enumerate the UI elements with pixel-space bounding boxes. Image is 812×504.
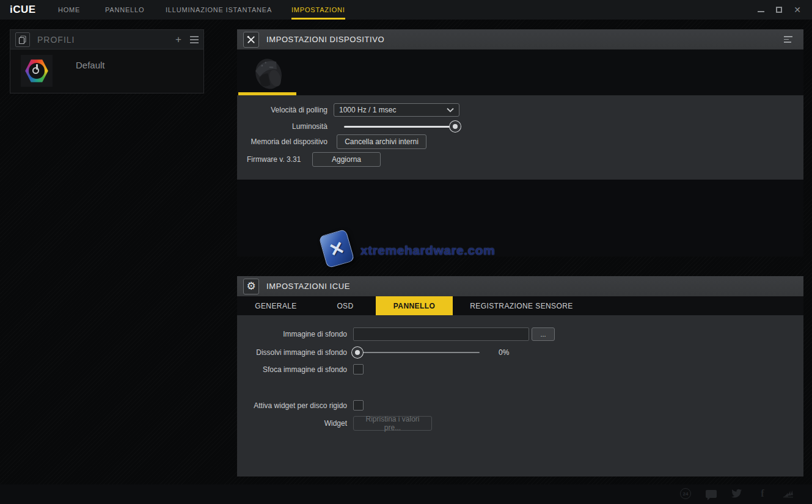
icue-logo: iCUE (10, 0, 36, 20)
device-settings-menu-icon[interactable] (784, 36, 792, 43)
maximize-button[interactable] (774, 5, 784, 15)
firmware-row: Firmware v. 3.31 Aggiorna (237, 153, 803, 166)
polling-row: Velocità di polling 1000 Hz / 1 msec (237, 103, 803, 117)
fade-background-slider[interactable] (353, 346, 480, 359)
profiles-header: PROFILI + (10, 29, 204, 49)
firmware-version-label: Firmware v. 3.31 (247, 153, 301, 166)
clear-onboard-storage-button[interactable]: Cancella archivi interni (337, 134, 426, 149)
twitter-icon[interactable] (730, 487, 744, 500)
profiles-sidebar: PROFILI + Default (10, 29, 204, 93)
tab-generale[interactable]: GENERALE (237, 296, 315, 315)
widget-label: Widget (237, 417, 347, 430)
fade-slider-track (353, 352, 480, 353)
nav-tab-home[interactable]: HOME (58, 0, 80, 20)
icue-tabstrip: GENERALE OSD PANNELLO REGISTRAZIONE SENS… (237, 296, 803, 315)
window-controls: ✕ (756, 0, 802, 20)
maximize-icon (776, 7, 782, 13)
polling-rate-dropdown[interactable]: 1000 Hz / 1 msec (334, 103, 459, 117)
icue-hex-logo-icon (24, 59, 49, 83)
brightness-slider-track (344, 126, 458, 128)
hdd-widget-row: Attiva widget per disco rigido (237, 399, 803, 412)
chevron-down-icon (447, 108, 454, 112)
brightness-row: Luminosità (237, 120, 803, 133)
fade-background-row: Dissolvi immagine di sfondo 0% (237, 346, 803, 359)
brightness-slider-handle[interactable] (450, 121, 461, 132)
device-tabstrip (237, 49, 803, 95)
profile-icon-tile (21, 55, 53, 87)
add-profile-button[interactable]: + (175, 35, 181, 44)
background-image-row: Immagine di sfondo ... (237, 327, 803, 341)
close-icon: ✕ (794, 5, 801, 14)
blur-background-row: Sfoca immagine di sfondo (237, 363, 803, 376)
tab-registrazione-sensore[interactable]: REGISTRAZIONE SENSORE (453, 296, 590, 315)
blur-background-label: Sfoca immagine di sfondo (237, 363, 347, 376)
hdd-widget-checkbox[interactable] (353, 400, 364, 411)
device-tab-mouse[interactable] (238, 51, 296, 95)
close-button[interactable]: ✕ (792, 5, 802, 15)
restore-widget-defaults-button[interactable]: Ripristina i valori pre... (353, 416, 432, 431)
fade-percent-value: 0% (499, 346, 509, 359)
fade-slider-handle[interactable] (352, 347, 363, 358)
profile-name: Default (76, 60, 105, 70)
top-navigation-bar: iCUE HOME PANNELLO ILLUMINAZIONE ISTANTA… (0, 0, 812, 20)
panel-gap (237, 257, 803, 276)
facebook-icon[interactable]: f (756, 487, 769, 500)
device-memory-label: Memoria del dispositivo (237, 135, 327, 148)
icue-settings-body: Immagine di sfondo ... Dissolvi immagine… (237, 315, 803, 477)
brightness-slider[interactable] (344, 120, 458, 133)
profiles-title: PROFILI (37, 35, 175, 45)
device-settings-title: IMPOSTAZIONI DISPOSITIVO (266, 35, 384, 44)
polling-rate-value: 1000 Hz / 1 msec (339, 106, 447, 114)
main-content: IMPOSTAZIONI DISPOSITIVO Ve (237, 29, 803, 477)
profiles-icon (15, 32, 30, 47)
mouse-device-image (244, 53, 292, 92)
bottom-bar: 24 f (0, 484, 812, 504)
firmware-update-button[interactable]: Aggiorna (312, 152, 381, 167)
device-settings-header: IMPOSTAZIONI DISPOSITIVO (237, 29, 803, 49)
icue-settings-header: ⚙ IMPOSTAZIONI ICUE (237, 276, 803, 296)
nav-tab-impostazioni[interactable]: IMPOSTAZIONI (291, 0, 345, 20)
tools-icon (243, 32, 259, 48)
profile-list: Default (10, 49, 204, 93)
fade-background-label: Dissolvi immagine di sfondo (237, 346, 347, 359)
widget-row: Widget Ripristina i valori pre... (237, 417, 803, 430)
social-links: 24 f (679, 487, 795, 500)
nav-tab-illuminazione-istantanea[interactable]: ILLUMINAZIONE ISTANTANEA (166, 0, 272, 20)
minimize-icon (758, 11, 764, 12)
minimize-button[interactable] (756, 5, 766, 15)
profiles-menu-icon[interactable] (190, 36, 199, 43)
tab-pannello[interactable]: PANNELLO (376, 296, 453, 315)
hdd-widget-label: Attiva widget per disco rigido (237, 399, 347, 412)
background-image-label: Immagine di sfondo (237, 327, 347, 341)
forum-icon[interactable] (704, 487, 718, 500)
tab-osd[interactable]: OSD (315, 296, 376, 315)
nav-tab-pannello[interactable]: PANNELLO (105, 0, 144, 20)
polling-label: Velocità di polling (237, 103, 327, 117)
browse-button[interactable]: ... (532, 327, 555, 341)
support-24-icon[interactable]: 24 (679, 487, 692, 500)
profile-row-default[interactable]: Default (10, 49, 203, 93)
blur-background-checkbox[interactable] (353, 364, 364, 374)
device-settings-body: Velocità di polling 1000 Hz / 1 msec Lum… (237, 95, 803, 180)
icue-settings-title: IMPOSTAZIONI ICUE (266, 282, 350, 291)
background-image-input[interactable] (353, 327, 529, 341)
device-memory-row: Memoria del dispositivo Cancella archivi… (237, 135, 803, 148)
device-panel-lower-area (237, 180, 803, 257)
brightness-label: Luminosità (237, 120, 327, 133)
gear-icon: ⚙ (243, 279, 259, 294)
corsair-logo-icon[interactable] (781, 487, 795, 500)
